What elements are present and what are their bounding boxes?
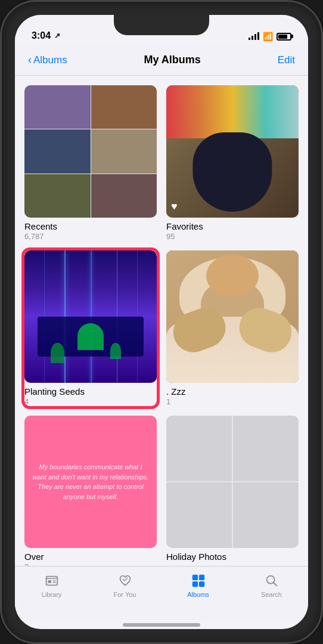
back-button[interactable]: ‹ Albums bbox=[28, 54, 67, 66]
albums-scroll-area[interactable]: Recents 6,787 ♥ bbox=[15, 76, 308, 566]
tab-label-search: Search bbox=[261, 591, 282, 598]
album-item-planting-seeds[interactable]: Planting Seeds 4 bbox=[24, 250, 157, 406]
battery-icon bbox=[277, 33, 291, 41]
tab-label-albums: Albums bbox=[187, 591, 209, 598]
album-count-zzz: 1 bbox=[166, 397, 299, 406]
status-time: 3:04 ↗ bbox=[32, 30, 60, 41]
phone-screen: 3:04 ↗ 📶 bbox=[15, 15, 308, 629]
location-icon: ↗ bbox=[54, 32, 60, 40]
highlight-border bbox=[21, 247, 160, 409]
album-item-holiday-photos[interactable]: Holiday Photos bbox=[166, 416, 299, 566]
tab-item-for-you[interactable]: For You bbox=[88, 572, 162, 598]
tab-label-library: Library bbox=[42, 591, 62, 598]
svg-rect-1 bbox=[48, 580, 51, 583]
album-label-holiday-photos: Holiday Photos bbox=[166, 552, 299, 562]
albums-tab-icon bbox=[190, 572, 207, 589]
album-count-favorites: 95 bbox=[166, 232, 299, 241]
screen-inner: 3:04 ↗ 📶 bbox=[15, 15, 308, 629]
album-label-recents: Recents bbox=[24, 221, 157, 231]
svg-rect-4 bbox=[192, 581, 197, 587]
album-label-over: Over bbox=[24, 552, 157, 562]
album-item-over[interactable]: My boundaries communicate what I want an… bbox=[24, 416, 157, 566]
album-count-recents: 6,787 bbox=[24, 232, 157, 241]
nav-bar: ‹ Albums My Albums Edit bbox=[15, 45, 308, 76]
status-icons: 📶 bbox=[249, 32, 291, 41]
notch bbox=[114, 15, 209, 35]
page-title: My Albums bbox=[144, 54, 201, 66]
svg-rect-5 bbox=[198, 581, 204, 587]
album-thumb-recents bbox=[24, 85, 157, 218]
tab-item-search[interactable]: Search bbox=[235, 572, 308, 598]
phone-frame: 3:04 ↗ 📶 bbox=[0, 0, 323, 644]
edit-button[interactable]: Edit bbox=[278, 54, 295, 66]
album-thumb-favorites: ♥ bbox=[166, 85, 299, 218]
heart-icon: ♥ bbox=[171, 200, 178, 213]
album-item-recents[interactable]: Recents 6,787 bbox=[24, 85, 157, 241]
home-indicator bbox=[123, 623, 200, 627]
search-tab-icon bbox=[263, 572, 280, 589]
album-label-zzz: . Zzz bbox=[166, 386, 299, 397]
chevron-left-icon: ‹ bbox=[28, 54, 32, 66]
album-thumb-zzz bbox=[166, 250, 299, 383]
tab-label-for-you: For You bbox=[114, 591, 136, 598]
for-you-tab-icon bbox=[117, 572, 133, 589]
album-label-favorites: Favorites bbox=[166, 221, 299, 231]
album-thumb-holiday-photos bbox=[166, 416, 299, 548]
signal-icon bbox=[249, 33, 259, 40]
albums-content: Recents 6,787 ♥ bbox=[15, 76, 308, 566]
tab-item-library[interactable]: Library bbox=[15, 572, 88, 598]
time-display: 3:04 bbox=[32, 30, 51, 41]
tab-bar: Library For You bbox=[15, 566, 308, 620]
album-item-zzz[interactable]: . Zzz 1 bbox=[166, 250, 299, 406]
svg-rect-2 bbox=[192, 575, 197, 580]
album-item-favorites[interactable]: ♥ Favorites 95 bbox=[166, 85, 299, 241]
albums-grid: Recents 6,787 ♥ bbox=[24, 85, 299, 566]
wifi-icon: 📶 bbox=[263, 32, 273, 41]
library-tab-icon bbox=[44, 572, 60, 589]
back-label: Albums bbox=[33, 54, 67, 66]
svg-rect-3 bbox=[198, 575, 204, 580]
tab-item-albums[interactable]: Albums bbox=[162, 572, 235, 598]
over-thumb-text: My boundaries communicate what I want an… bbox=[32, 462, 150, 501]
album-thumb-over: My boundaries communicate what I want an… bbox=[24, 416, 157, 548]
